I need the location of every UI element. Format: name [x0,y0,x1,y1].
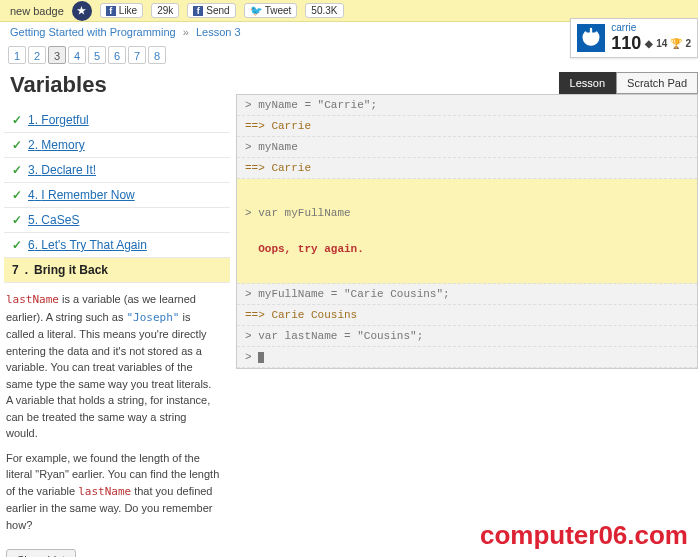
page-4[interactable]: 4 [68,46,86,64]
facebook-icon: f [193,6,203,16]
fb-like-button[interactable]: fLike [100,3,143,18]
console-tabs: Lesson Scratch Pad [236,72,698,94]
step-list: ✓1. Forgetful ✓2. Memory ✓3. Declare It!… [4,108,230,283]
check-icon: ✓ [12,138,22,152]
console-output: ==> Carrie [237,116,697,137]
check-icon: ✓ [12,188,22,202]
breadcrumb-course[interactable]: Getting Started with Programming [10,26,176,38]
left-panel: 1 2 3 4 5 6 7 8 Variables ✓1. Forgetful … [0,42,230,557]
step-item[interactable]: ✓3. Declare It! [4,158,230,183]
watermark: computer06.com [480,520,688,551]
page-1[interactable]: 1 [8,46,26,64]
check-icon: ✓ [12,238,22,252]
tweet-count: 50.3K [305,3,343,18]
console-prompt[interactable]: > [237,347,697,368]
page-title: Variables [10,72,230,98]
page-6[interactable]: 6 [108,46,126,64]
cursor-icon [258,352,264,363]
tweet-button[interactable]: 🐦Tweet [244,3,298,18]
badge-icon: ◆ [645,38,653,49]
step-item[interactable]: ✓6. Let's Try That Again [4,233,230,258]
twitter-icon: 🐦 [250,5,262,16]
page-2[interactable]: 2 [28,46,46,64]
check-icon: ✓ [12,113,22,127]
user-box[interactable]: carrie 110 ◆14 🏆2 [570,18,698,58]
console-line: > var lastName = "Cousins"; [237,326,697,347]
trophy-icon: 🏆 [670,38,682,49]
avatar [577,24,605,52]
page-7[interactable]: 7 [128,46,146,64]
check-icon: ✓ [12,163,22,177]
user-points: 110 ◆14 🏆2 [611,33,691,54]
step-item[interactable]: ✓2. Memory [4,133,230,158]
step-item[interactable]: ✓4. I Remember Now [4,183,230,208]
badge-text: new badge [10,5,64,17]
badge-icon: ★ [72,1,92,21]
fb-like-count: 29k [151,3,179,18]
code-variable: lastName [6,293,59,306]
step-item-active[interactable]: 7. Bring it Back [4,258,230,283]
console-error: Oops, try again. [245,243,689,255]
code-console[interactable]: > myName = "Carrie"; ==> Carrie > myName… [236,94,698,369]
breadcrumb-lesson[interactable]: Lesson 3 [196,26,241,38]
console-line: > myName = "Carrie"; [237,95,697,116]
page-3[interactable]: 3 [48,46,66,64]
facebook-icon: f [106,6,116,16]
step-item[interactable]: ✓5. CaSeS [4,208,230,233]
console-line: > myName [237,137,697,158]
tab-lesson[interactable]: Lesson [559,72,616,94]
code-literal: "Joseph" [126,311,179,324]
step-item[interactable]: ✓1. Forgetful [4,108,230,133]
user-name: carrie [611,22,691,33]
console-output: ==> Carrie [237,158,697,179]
right-panel: carrie 110 ◆14 🏆2 Lesson Scratch Pad > m… [230,42,698,557]
lesson-pager: 1 2 3 4 5 6 7 8 [8,46,230,64]
console-line: > myFullName = "Carie Cousins"; [237,284,697,305]
check-icon: ✓ [12,213,22,227]
tab-scratch[interactable]: Scratch Pad [616,72,698,94]
page-5[interactable]: 5 [88,46,106,64]
show-hint-button[interactable]: Show hint [6,549,76,557]
code-variable: lastName [78,485,131,498]
fb-send-button[interactable]: fSend [187,3,235,18]
power-icon [580,27,602,49]
console-output: ==> Carie Cousins [237,305,697,326]
console-line-error: > var myFullName Oops, try again. [237,179,697,284]
lesson-text: lastName is a variable (as we learned ea… [4,283,230,549]
page-8[interactable]: 8 [148,46,166,64]
